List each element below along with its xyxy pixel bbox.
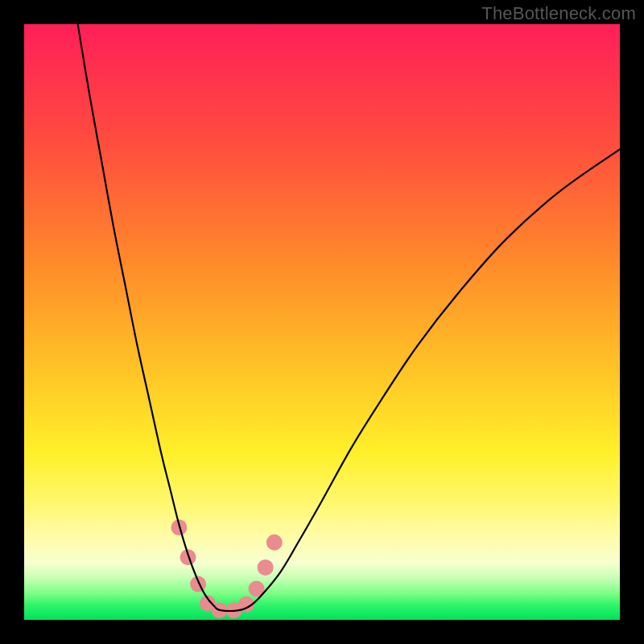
bottleneck-chart	[24, 24, 620, 620]
watermark-text: TheBottleneck.com	[481, 3, 636, 24]
svg-point-2	[190, 576, 206, 592]
svg-point-9	[266, 535, 283, 551]
svg-point-8	[258, 559, 274, 576]
chart-frame: TheBottleneck.com	[0, 0, 644, 644]
plot-area	[24, 24, 620, 620]
gradient-background	[24, 24, 620, 620]
